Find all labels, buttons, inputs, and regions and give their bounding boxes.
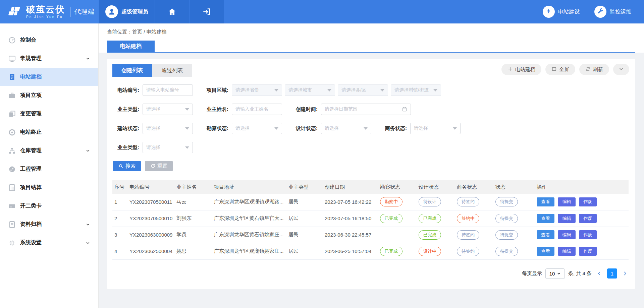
fullscreen-button[interactable]: 全屏 [545, 64, 575, 75]
edit-button[interactable]: 编辑 [558, 247, 576, 256]
edit-button[interactable]: 编辑 [558, 197, 576, 206]
column-header: 序号 [112, 180, 127, 194]
view-button[interactable]: 查看 [537, 197, 554, 206]
list-tab-1[interactable]: 创建列表 [112, 64, 152, 77]
wrench-circle [594, 6, 606, 18]
breadcrumb-path[interactable]: 首页 / 电站建档 [132, 29, 167, 35]
created-date: 2023-06-30 22:45:57 [323, 227, 378, 243]
sidebar-item-settings[interactable]: 系统设置 [0, 234, 98, 252]
column-header: 操作 [535, 180, 629, 194]
archive-icon [8, 221, 16, 229]
home-button[interactable] [155, 0, 189, 23]
sidebar-item-calculator[interactable]: 项目结算 [0, 178, 98, 197]
reset-button[interactable]: 重置 [145, 161, 173, 171]
sidebar-item-document[interactable]: 电站建档 [0, 68, 98, 86]
header-nav-station-build[interactable]: 电站建设 [543, 6, 580, 18]
sidebar-item-copy[interactable]: 变更管理 [0, 105, 98, 123]
row-seq: 4 [112, 243, 127, 259]
table-row: 3YX2023063000009学员广东深圳龙华区黄石镇姚家庄...居民2023… [112, 227, 629, 243]
main-area: 当前位置：首页 / 电站建档 电站建档 创建列表通过列表 电站建档全屏刷新 电站… [99, 23, 644, 308]
status-cell: 待提交 [493, 194, 535, 210]
sidebar-item-archive[interactable]: 资料归档 [0, 215, 98, 234]
sidebar-item-dashboard[interactable]: 控制台 [0, 31, 98, 49]
user-chip[interactable]: 超级管理员 [99, 0, 155, 23]
sidebar-item-card[interactable]: 开二类卡 [0, 197, 98, 215]
village-select[interactable]: 请选择村镇/街道 [391, 84, 441, 96]
collapse-button[interactable] [613, 64, 629, 75]
business-status-select[interactable]: 请选择 [410, 123, 461, 134]
survey-status-select[interactable]: 请选择 [232, 123, 282, 134]
per-page-value: 10 [549, 271, 555, 276]
column-header: 状态 [493, 180, 535, 194]
sidebar-item-gauge[interactable]: 工程管理 [0, 160, 98, 178]
build-status-select[interactable]: 请选择 [143, 123, 193, 134]
calculator-icon [8, 184, 16, 192]
placeholder-text: 请选择 [235, 125, 272, 131]
logout-button[interactable] [190, 0, 224, 23]
filter-buttons: 搜索 重置 [113, 161, 629, 171]
void-button[interactable]: 作废 [579, 247, 597, 256]
filter-label: 项目区域: [202, 87, 228, 94]
owner-type-select-2[interactable]: 请选择 [143, 142, 193, 153]
select-caret-icon [364, 127, 368, 130]
station-code: YX2023063000009 [127, 227, 174, 243]
void-button[interactable]: 作废 [579, 197, 597, 206]
prev-page-button[interactable] [595, 269, 604, 278]
filter-label: 建站状态: [112, 125, 139, 132]
gauge-icon [8, 165, 16, 173]
status-cell: 已完成 [378, 243, 417, 259]
briefcase-icon [8, 91, 16, 100]
status-cell: 签约中 [455, 210, 493, 227]
view-button[interactable]: 查看 [537, 230, 554, 239]
toolbar: 创建列表通过列表 电站建档全屏刷新 [112, 64, 629, 77]
province-select[interactable]: 请选择省份 [232, 84, 282, 96]
edit-button[interactable]: 编辑 [558, 214, 576, 223]
total-count-label: 条, 共 4 条 [568, 270, 592, 277]
city-select[interactable]: 请选择城市 [285, 84, 335, 96]
view-button[interactable]: 查看 [537, 214, 554, 223]
void-button[interactable]: 作废 [579, 214, 597, 223]
owner-name-input[interactable]: 请输入业主姓名 [232, 104, 282, 115]
sidebar-item-sitemap[interactable]: 仓库管理 [0, 141, 98, 160]
search-button[interactable]: 搜索 [113, 161, 141, 171]
lightning-circle [543, 6, 555, 18]
brand-logo-icon [7, 4, 23, 19]
sidebar-item-monitor[interactable]: 常规管理 [0, 49, 98, 68]
status-badge: 已完成 [419, 214, 441, 223]
status-badge: 已完成 [419, 230, 441, 240]
owner-type-select[interactable]: 请选择 [143, 104, 193, 115]
sidebar-item-label: 系统设置 [20, 239, 86, 246]
select-caret-icon [185, 108, 189, 111]
pill-label: 电站建档 [515, 66, 535, 73]
station-code-input[interactable]: 请输入电站编号 [143, 84, 193, 96]
next-page-button[interactable] [621, 269, 629, 278]
station-table: 序号电站编号业主姓名项目地址业主类型创建日期勘察状态设计状态商务状态状态操作 1… [112, 180, 629, 260]
sidebar: 控制台常规管理电站建档项目立项变更管理电站终止仓库管理工程管理项目结算开二类卡资… [0, 23, 99, 308]
sidebar-item-briefcase[interactable]: 项目立项 [0, 86, 98, 105]
chevron-down-icon [86, 148, 90, 153]
district-select[interactable]: 请选择县/区 [338, 84, 388, 96]
sidebar-item-label: 项目立项 [20, 92, 90, 99]
sidebar-item-record[interactable]: 电站终止 [0, 123, 98, 141]
chevron-right-icon [622, 271, 628, 276]
edit-button[interactable]: 编辑 [558, 230, 576, 239]
page-tab-strip: 电站建档 [107, 41, 635, 53]
create-station-button[interactable]: 电站建档 [501, 64, 541, 75]
sidebar-item-label: 电站终止 [20, 129, 90, 136]
void-button[interactable]: 作废 [579, 230, 597, 239]
page-1-button[interactable]: 1 [607, 268, 617, 279]
list-tab-2[interactable]: 通过列表 [152, 64, 192, 77]
per-page-select[interactable]: 10 [545, 268, 565, 279]
page-tab[interactable]: 电站建档 [107, 41, 155, 52]
view-button[interactable]: 查看 [537, 247, 554, 256]
refresh-button[interactable]: 刷新 [579, 64, 609, 75]
fullscreen-icon [551, 66, 557, 73]
reset-label: 重置 [157, 163, 167, 169]
design-status-select[interactable]: 请选择 [321, 123, 371, 134]
pill-label: 刷新 [593, 66, 603, 73]
pill-label: 全屏 [559, 66, 569, 73]
status-badge: 待设计 [419, 197, 441, 206]
created-range-input[interactable]: 请选择日期范围 [321, 104, 411, 115]
header-nav-monitor-ops[interactable]: 监控运维 [594, 6, 631, 18]
sidebar-item-label: 项目结算 [20, 184, 90, 191]
